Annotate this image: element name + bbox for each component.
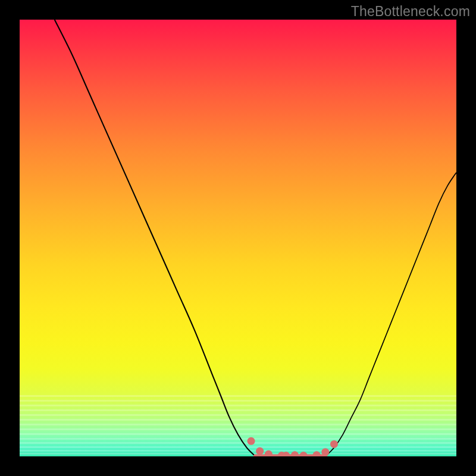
valley-marker — [278, 452, 286, 456]
valley-marker — [321, 448, 329, 456]
valley-marker — [256, 447, 264, 455]
valley-marker — [300, 452, 308, 456]
valley-markers-group — [248, 437, 338, 456]
valley-marker — [282, 452, 290, 456]
curve-layer — [20, 20, 456, 456]
valley-marker — [265, 450, 273, 456]
chart-frame: TheBottleneck.com — [0, 0, 476, 476]
plot-area — [20, 20, 456, 456]
gradient-stripes — [20, 391, 456, 456]
watermark-text: TheBottleneck.com — [351, 4, 470, 20]
valley-marker — [330, 440, 338, 448]
valley-marker — [291, 451, 299, 456]
valley-marker — [248, 437, 255, 445]
right-curve-path — [325, 173, 456, 456]
valley-marker — [313, 451, 321, 456]
left-curve-path — [55, 20, 256, 456]
